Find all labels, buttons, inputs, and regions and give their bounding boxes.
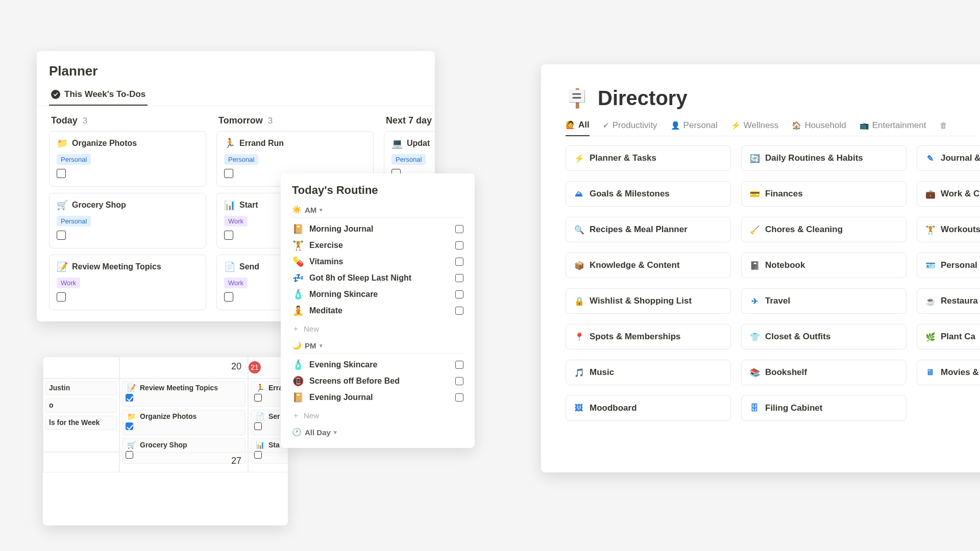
calendar-event[interactable]: Justin [45,381,117,395]
directory-item-icon: 🧹 [750,225,759,235]
directory-item-label: Plant Ca [941,332,975,342]
cal-foot-27[interactable]: 27 [119,452,248,472]
directory-item-label: Goals & Milestones [590,189,670,199]
directory-item[interactable]: ✎Journal & [917,145,980,171]
todo-card[interactable]: 📝 Review Meeting Topics Work [49,255,206,310]
routine-item[interactable]: 📵 Screens off Before Bed [292,373,463,389]
directory-item-icon: 🌿 [925,332,935,342]
directory-item[interactable]: ☕Restaura [917,288,980,314]
directory-item[interactable]: 🗄Filing Cabinet [741,395,906,421]
todo-checkbox[interactable] [57,231,66,240]
directory-item[interactable]: 🖼Moodboard [566,395,731,421]
routine-item[interactable]: 🧴 Evening Skincare [292,357,463,373]
directory-item-label: Personal [941,260,977,270]
directory-tab-productivity[interactable]: ✔Productivity [603,120,657,131]
directory-tab-more[interactable]: 🗑 [940,120,947,131]
directory-tab-entertainment[interactable]: 📺Entertainment [860,120,926,131]
routine-checkbox[interactable] [455,361,463,369]
routine-item[interactable]: 📔 Evening Journal [292,389,463,406]
todo-title: Errand Run [239,139,284,148]
directory-tab-personal[interactable]: 👤Personal [671,120,718,131]
event-checkbox[interactable] [254,422,262,430]
todo-card[interactable]: 📁 Organize Photos Personal [49,131,206,187]
directory-item[interactable]: 💼Work & C [917,181,980,207]
directory-item[interactable]: 🔍Recipes & Meal Planner [566,217,731,242]
directory-item[interactable]: 📚Bookshelf [741,360,906,385]
cal-cell-2[interactable]: 📝Review Meeting Topics📁Organize Photos🛒G… [119,379,248,452]
event-checkbox[interactable] [254,394,262,402]
calendar-event[interactable]: o [45,398,117,413]
calendar-event[interactable]: 📝Review Meeting Topics [122,381,246,407]
moon-icon: 🌙 [292,341,302,350]
tab-this-weeks-todos[interactable]: This Week's To-Dos [49,85,148,106]
routine-item[interactable]: 🏋️ Exercise [292,237,463,254]
directory-item[interactable]: 🔄Daily Routines & Habits [741,145,906,171]
todo-checkbox[interactable] [57,292,66,302]
todo-checkbox[interactable] [224,169,233,178]
routine-item[interactable]: 📔 Morning Journal [292,221,463,237]
directory-item[interactable]: 🔒Wishlist & Shopping List [566,288,731,314]
todo-checkbox[interactable] [224,292,233,302]
directory-item[interactable]: 🌿Plant Ca [917,324,980,349]
tab-icon: 🏠 [792,121,801,130]
directory-item[interactable]: ⚡Planner & Tasks [566,145,731,171]
routine-checkbox[interactable] [455,225,463,233]
todo-checkbox[interactable] [57,169,66,178]
cal-foot-28[interactable]: 28 [248,452,288,472]
planner-title: Planner [37,63,435,85]
directory-tab-household[interactable]: 🏠Household [792,120,846,131]
routine-checkbox[interactable] [455,307,463,315]
directory-item[interactable]: 👕Closet & Outfits [741,324,906,349]
cal-cell-1[interactable]: Justinols for the Week [43,379,119,452]
event-title: Justin [49,384,70,392]
event-emoji-icon: 🏃 [254,384,265,392]
routine-item[interactable]: 💊 Vitamins [292,254,463,270]
directory-item[interactable]: 📓Notebook [741,253,906,278]
column-count: 3 [83,116,87,126]
routine-checkbox[interactable] [455,258,463,266]
new-am-button[interactable]: ＋ New [292,322,463,338]
routine-item[interactable]: 💤 Got 8h of Sleep Last Night [292,270,463,286]
directory-item[interactable]: 🖥Movies & [917,360,980,385]
new-label: New [304,324,319,333]
directory-tab-wellness[interactable]: ⚡Wellness [731,120,779,131]
directory-item-label: Movies & [941,367,979,378]
todo-checkbox[interactable] [224,231,233,240]
routine-checkbox[interactable] [455,393,463,402]
directory-tab-all[interactable]: 🙋All [566,120,590,136]
plus-icon: ＋ [292,411,300,420]
directory-item[interactable]: 📍Spots & Memberships [566,324,731,349]
routine-checkbox[interactable] [455,241,463,249]
routine-item[interactable]: 🧘 Meditate [292,303,463,319]
directory-item[interactable]: 🪪Personal [917,253,980,278]
event-checkbox[interactable] [126,394,133,402]
routine-checkbox[interactable] [455,274,463,282]
planner-tabs: This Week's To-Dos [37,85,435,106]
routine-section-pm[interactable]: 🌙 PM ▾ [292,338,463,353]
routine-section-allday[interactable]: 🕐 All Day ▾ [292,424,463,440]
calendar-event[interactable]: 📁Organize Photos [122,410,246,435]
routine-checkbox[interactable] [455,377,463,385]
calendar-event[interactable]: ls for the Week [45,416,117,430]
directory-item-icon: 📚 [750,368,759,378]
todo-title: Grocery Shop [72,201,126,210]
new-pm-button[interactable]: ＋ New [292,409,463,424]
tab-icon: ⚡ [731,121,741,130]
todo-card[interactable]: 🛒 Grocery Shop Personal [49,193,206,248]
directory-grid: ⚡Planner & Tasks🔄Daily Routines & Habits… [566,145,976,421]
directory-item[interactable]: 🏋Workouts [917,217,980,242]
directory-item[interactable]: 🎵Music [566,360,731,385]
cal-head-20[interactable]: 20 [119,357,248,379]
directory-item[interactable]: 🧹Chores & Cleaning [741,217,906,242]
directory-item-icon: 🔍 [574,225,583,235]
event-checkbox[interactable] [126,422,133,430]
chevron-down-icon: ▾ [320,342,323,349]
directory-item[interactable]: ✈Travel [741,288,906,314]
routine-item[interactable]: 🧴 Morning Skincare [292,286,463,303]
directory-item[interactable]: 📦Knowledge & Content [566,253,731,278]
routine-checkbox[interactable] [455,290,463,298]
directory-item[interactable]: ⛰Goals & Milestones [566,181,731,207]
column-name: Tomorrow [218,115,263,126]
directory-item[interactable]: 💳Finances [741,181,906,207]
routine-section-am[interactable]: ☀️ AM ▾ [292,202,463,217]
